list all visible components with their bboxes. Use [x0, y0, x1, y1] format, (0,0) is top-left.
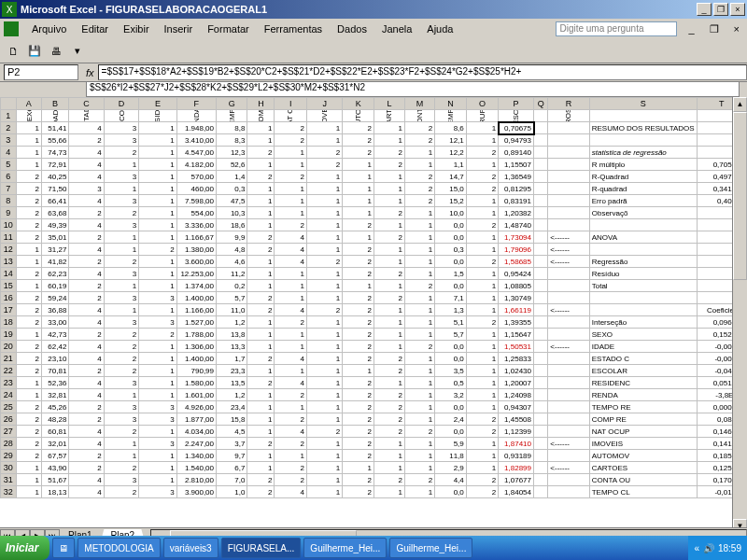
cell-18-z[interactable]: 1,39355 — [499, 316, 534, 329]
cell-2-9[interactable]: 1 — [306, 122, 342, 134]
cell-27-7[interactable]: 1 — [247, 426, 275, 438]
cell-27-8[interactable]: 4 — [275, 426, 306, 438]
row-header-31[interactable]: 31 — [1, 474, 17, 486]
cell-21-7[interactable]: 2 — [247, 353, 275, 365]
cell-5-8[interactable]: 1 — [275, 159, 306, 171]
cell-26-10[interactable]: 2 — [343, 413, 374, 426]
cell-7-6[interactable]: 0,3 — [217, 183, 247, 195]
cell-29-4[interactable]: 1 — [139, 450, 177, 462]
row-header-3[interactable]: 3 — [1, 134, 17, 147]
cell-14-1[interactable]: 62,23 — [41, 268, 68, 280]
cell-13-e[interactable] — [534, 256, 548, 268]
cell-27-9[interactable]: 2 — [306, 426, 342, 438]
cell-3-e[interactable] — [534, 134, 548, 147]
taskbar-item-guilherme2[interactable]: Guilherme_Hei... — [389, 538, 472, 558]
cell-27-4[interactable]: 1 — [139, 426, 177, 438]
cell-15-2[interactable]: 2 — [69, 280, 104, 292]
cell-29-9[interactable]: 1 — [306, 450, 342, 462]
cell-5-4[interactable]: 1 — [139, 159, 177, 171]
cell-14-5[interactable]: 12.253,00 — [176, 268, 216, 280]
cell-4-10[interactable]: 2 — [343, 147, 374, 159]
cell-25-7[interactable]: 1 — [247, 401, 275, 413]
cell-29-7[interactable]: 1 — [247, 450, 275, 462]
cell-header-7[interactable]: COMP — [247, 110, 275, 122]
cell-6-5[interactable]: 570,00 — [176, 171, 216, 183]
col-header-G[interactable]: G — [217, 98, 247, 110]
cell-21-5[interactable]: 1.400,00 — [176, 353, 216, 365]
cell-13-2[interactable]: 2 — [69, 256, 104, 268]
cell-6-4[interactable]: 1 — [139, 171, 177, 183]
cell-12-11[interactable]: 1 — [374, 244, 405, 256]
cell-7-r[interactable]: R-quadrad — [589, 183, 697, 195]
cell-27-e[interactable] — [534, 426, 548, 438]
row-header-10[interactable]: 10 — [1, 219, 17, 231]
cell-15-arr[interactable] — [548, 280, 589, 292]
cell-26-arr[interactable] — [548, 413, 589, 426]
cell-5-14[interactable]: 1 — [466, 159, 498, 171]
cell-10-2[interactable]: 4 — [69, 219, 104, 231]
save-icon[interactable]: 💾 — [25, 42, 44, 61]
cell-9-6[interactable]: 10,3 — [217, 207, 247, 219]
cell-14-z[interactable]: 0,95424 — [499, 268, 534, 280]
cell-15-10[interactable]: 1 — [343, 280, 374, 292]
cell-25-10[interactable]: 2 — [343, 401, 374, 413]
cell-24-z[interactable]: 1,24098 — [499, 389, 534, 401]
cell-27-11[interactable]: 2 — [374, 426, 405, 438]
cell-2-5[interactable]: 1.948,00 — [176, 122, 216, 134]
cell-5-2[interactable]: 4 — [69, 159, 104, 171]
cell-16-11[interactable]: 2 — [374, 292, 405, 304]
cell-29-arr[interactable] — [548, 450, 589, 462]
cell-17-e[interactable] — [534, 304, 548, 316]
col-header-A[interactable]: A — [16, 98, 41, 110]
row-header-29[interactable]: 29 — [1, 450, 17, 462]
cell-2-z[interactable]: 0,70675 — [499, 122, 534, 134]
cell-13-1[interactable]: 41,82 — [41, 256, 68, 268]
cell-14-10[interactable]: 2 — [343, 268, 374, 280]
cell-5-7[interactable]: 1 — [247, 159, 275, 171]
cell-23-10[interactable]: 2 — [343, 377, 374, 389]
cell-10-7[interactable]: 1 — [247, 219, 275, 231]
cell-10-0[interactable]: 2 — [16, 219, 41, 231]
cell-12-5[interactable]: 1.380,00 — [176, 244, 216, 256]
cell-3-13[interactable]: 12,1 — [435, 134, 466, 147]
cell-3-5[interactable]: 3.410,00 — [176, 134, 216, 147]
cell-32-1[interactable]: 18,13 — [41, 486, 68, 498]
cell-header-3[interactable]: ESCOLA — [104, 110, 138, 122]
cell-25-14[interactable]: 1 — [466, 401, 498, 413]
tray-icon[interactable]: 🔊 — [703, 543, 714, 553]
cell-26-13[interactable]: 2,4 — [435, 413, 466, 426]
cell-4-2[interactable]: 4 — [69, 147, 104, 159]
cell-18-4[interactable]: 3 — [139, 316, 177, 329]
cell-18-e[interactable] — [534, 316, 548, 329]
cell-22-1[interactable]: 70,81 — [41, 365, 68, 377]
cell-8-4[interactable]: 1 — [139, 195, 177, 207]
cell-9-1[interactable]: 63,68 — [41, 207, 68, 219]
cell-14-14[interactable]: 1 — [466, 268, 498, 280]
cell-6-r[interactable]: R-Quadrad — [589, 171, 697, 183]
cell-2-4[interactable]: 1 — [139, 122, 177, 134]
cell-15-6[interactable]: 0,2 — [217, 280, 247, 292]
cell-4-4[interactable]: 1 — [139, 147, 177, 159]
cell-28-e[interactable] — [534, 438, 548, 450]
row-header-28[interactable]: 28 — [1, 438, 17, 450]
menu-editar[interactable]: Editar — [74, 21, 116, 37]
cell-10-3[interactable]: 3 — [104, 219, 138, 231]
cell-26-r[interactable]: COMP RE — [589, 413, 697, 426]
cell-10-6[interactable]: 18,6 — [217, 219, 247, 231]
cell-17-3[interactable]: 1 — [104, 304, 138, 316]
cell-24-12[interactable]: 1 — [404, 389, 434, 401]
cell-4-9[interactable]: 2 — [306, 147, 342, 159]
cell-20-3[interactable]: 2 — [104, 341, 138, 353]
cell-25-6[interactable]: 23,4 — [217, 401, 247, 413]
cell-9-z[interactable]: 1,20382 — [499, 207, 534, 219]
cell-7-2[interactable]: 3 — [69, 183, 104, 195]
cell-5-r[interactable]: R múltiplo — [589, 159, 697, 171]
cell-31-8[interactable]: 2 — [275, 474, 306, 486]
cell-15-9[interactable]: 1 — [306, 280, 342, 292]
cell-2-7[interactable]: 1 — [247, 122, 275, 134]
cell-30-12[interactable]: 1 — [404, 462, 434, 474]
cell-2-3[interactable]: 3 — [104, 122, 138, 134]
cell-21-13[interactable]: 0,0 — [435, 353, 466, 365]
cell-29-13[interactable]: 11,8 — [435, 450, 466, 462]
cell-27-3[interactable]: 2 — [104, 426, 138, 438]
